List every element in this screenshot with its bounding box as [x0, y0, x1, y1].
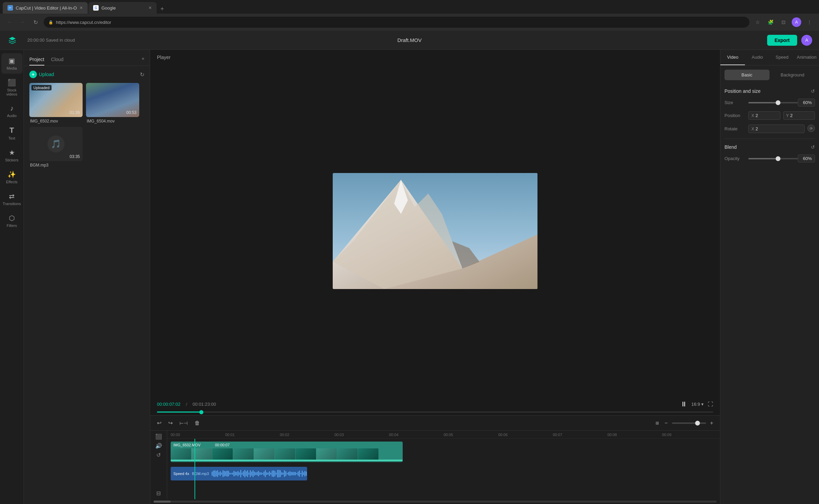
waveform-bar — [269, 471, 270, 476]
player-right-controls: ⏸ 16:9 ▾ ⛶ — [680, 400, 713, 408]
capcut-tab-close[interactable]: ✕ — [80, 5, 83, 10]
redo-button[interactable]: ↪ — [167, 418, 174, 428]
waveform-bar — [227, 471, 228, 476]
time-current: 00:00:07:02 — [157, 402, 181, 407]
audio-track-toggle[interactable]: 🔊 — [155, 443, 162, 449]
menu-button[interactable]: ⋮ — [805, 17, 814, 27]
media-grid: Uploaded 01:39 IMG_6502.mov 00:53 IMG_65… — [24, 83, 150, 168]
pause-button[interactable]: ⏸ — [680, 400, 687, 408]
pos-y-label: Y — [786, 113, 789, 118]
media-item-bgm[interactable]: 🎵 03:35 BGM.mp3 — [29, 127, 83, 168]
upload-label: Upload — [39, 72, 54, 77]
waveform-bar — [247, 470, 248, 477]
size-label: Size — [724, 100, 748, 105]
ruler-mark-8: 00:08 — [607, 433, 662, 437]
waveform-bar — [235, 472, 236, 475]
address-bar[interactable]: 🔒 https://www.capcut.cn/editor — [44, 17, 749, 28]
bookmark-button[interactable]: ☆ — [753, 17, 762, 27]
zoom-slider[interactable] — [672, 422, 706, 424]
forward-button[interactable]: → — [18, 17, 27, 27]
waveform-bar — [218, 472, 219, 475]
tab-project[interactable]: Project — [29, 54, 44, 66]
browser-tab-capcut[interactable]: ✂ CapCut | Video Editor | All-In-O ✕ — [3, 2, 88, 14]
delete-button[interactable]: 🗑 — [193, 419, 201, 428]
waveform-bar — [298, 472, 299, 476]
blend-reset[interactable]: ↺ — [811, 144, 815, 150]
media-item-img6504[interactable]: 00:53 IMG_6504.mov — [86, 83, 139, 124]
sidebar-item-stickers[interactable]: ★ Stickers — [1, 145, 23, 165]
waveform-bar — [255, 472, 256, 475]
fullscreen-button[interactable]: ⛶ — [708, 401, 713, 407]
sidebar-item-media[interactable]: ▣ Media — [1, 53, 23, 74]
subtab-basic[interactable]: Basic — [724, 70, 770, 80]
collapse-panel-btn[interactable]: « — [142, 56, 144, 64]
sidebar-item-filters[interactable]: ⬡ Filters — [1, 211, 23, 231]
pos-x-value: 2 — [756, 113, 758, 118]
zoom-in-button[interactable]: + — [709, 419, 715, 428]
split-button[interactable]: ⊢⊣ — [178, 419, 189, 427]
frame-8 — [316, 448, 337, 461]
waveform-bar — [248, 473, 249, 475]
user-avatar[interactable]: A — [801, 35, 812, 46]
sidebar-item-text[interactable]: T Text — [1, 123, 23, 144]
export-button[interactable]: Export — [767, 35, 797, 46]
browser-tab-google[interactable]: G Google ✕ — [88, 2, 157, 14]
reload-button[interactable]: ↻ — [31, 17, 40, 27]
caption-icon[interactable]: ⊟ — [156, 490, 161, 496]
scrollbar-thumb — [154, 501, 171, 503]
video-frame — [333, 173, 537, 289]
undo-button[interactable]: ↩ — [156, 418, 163, 428]
upload-button[interactable]: + Upload — [29, 71, 54, 78]
position-y-input[interactable]: Y 2 — [783, 111, 815, 120]
capcut-logo-icon — [8, 36, 16, 44]
player-header: Player — [150, 50, 720, 65]
sidebar-item-transitions[interactable]: ⇄ Transitions — [1, 189, 23, 209]
tab-audio[interactable]: Audio — [745, 50, 770, 65]
rotate-inputs: X 2 ⟳ — [748, 125, 815, 133]
video-track[interactable]: IMG_6502.MOV 00:00:07 — [171, 442, 403, 462]
waveform-bar — [217, 470, 218, 477]
right-panel: Video Audio Speed Animation Basic Backgr… — [720, 50, 819, 504]
new-tab-button[interactable]: + — [157, 4, 167, 14]
waveform-bar — [274, 471, 275, 476]
opacity-slider[interactable] — [748, 158, 798, 159]
upload-plus-icon: + — [29, 71, 37, 78]
rotate-wheel[interactable]: ⟳ — [807, 125, 815, 132]
refresh-button[interactable]: ↻ — [140, 71, 144, 78]
tab-speed[interactable]: Speed — [770, 50, 794, 65]
blend-section: Blend ↺ Opacity 60% — [724, 144, 815, 162]
media-duration-img6504: 00:53 — [126, 110, 136, 115]
horizontal-scrollbar[interactable] — [154, 501, 717, 503]
zoom-out-button[interactable]: − — [663, 419, 669, 428]
video-track-icon[interactable]: ⬛ — [155, 433, 162, 440]
frame-3 — [212, 448, 233, 461]
media-item-img6502[interactable]: Uploaded 01:39 IMG_6502.mov — [29, 83, 83, 124]
rotate-x-input[interactable]: X 2 — [748, 125, 805, 133]
audio-track[interactable]: Speed 4x BGM.mp3 — [171, 467, 307, 480]
position-x-input[interactable]: X 2 — [748, 111, 780, 120]
tab-cloud[interactable]: Cloud — [51, 54, 64, 66]
extensions-button[interactable]: 🧩 — [766, 17, 775, 27]
back-button[interactable]: ← — [5, 17, 14, 27]
tab-video[interactable]: Video — [720, 50, 745, 65]
effects-icon: ✨ — [8, 170, 16, 178]
sidebar-item-audio[interactable]: ♪ Audio — [1, 101, 23, 121]
loop-icon[interactable]: ↺ — [156, 452, 161, 458]
position-size-reset[interactable]: ↺ — [811, 88, 815, 94]
rotate-x-label: X — [751, 127, 754, 131]
sidebar-item-effects[interactable]: ✨ Effects — [1, 167, 23, 187]
aspect-ratio-button[interactable]: 16:9 ▾ — [691, 402, 704, 407]
size-slider[interactable] — [748, 102, 798, 103]
sidebar-item-stock-videos[interactable]: ⬛ Stock videos — [1, 75, 23, 100]
profile-button[interactable]: ⊡ — [779, 17, 788, 27]
scrubber-bar[interactable] — [157, 412, 713, 413]
timeline-playhead[interactable] — [195, 439, 195, 499]
google-tab-close[interactable]: ✕ — [148, 5, 152, 10]
media-name-bgm: BGM.mp3 — [29, 163, 83, 168]
address-text: https://www.capcut.cn/editor — [56, 20, 111, 25]
right-panel-content: Position and size ↺ Size 60% Position — [720, 80, 819, 504]
left-sidebar: ▣ Media ⬛ Stock videos ♪ Audio T Text ★ … — [0, 50, 24, 504]
combine-clips-icon[interactable]: ⊞ — [654, 419, 660, 427]
subtab-background[interactable]: Background — [770, 70, 815, 80]
tab-animation[interactable]: Animation — [794, 50, 819, 65]
